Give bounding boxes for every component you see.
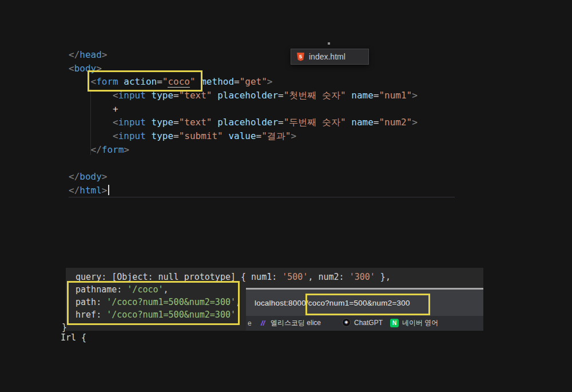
naver-icon: N [390,319,399,327]
address-host: localhost:8000 [255,299,306,307]
editor-divider-line [69,197,455,197]
url-path-highlight-box [305,294,430,315]
path-output-highlight-box [67,281,240,325]
bookmarks-bar: e //엘리스코딩 elice✳ChatGPTN네이버 영어 [246,316,483,331]
hover-caret-dot [328,42,330,45]
bookmark-item[interactable]: N네이버 영어 [390,318,438,328]
code-line: </body> [69,170,418,184]
chatgpt-icon: ✳ [342,318,351,327]
code-line: + [69,102,418,116]
elice-icon: // [259,319,267,327]
form-action-highlight-box [88,70,202,92]
bookmark-label: 엘리스코딩 elice [271,318,321,328]
filename-tooltip: 5 index.html [291,49,369,65]
console-closing-brace: } [62,322,67,332]
bookmark-label: 네이버 영어 [402,318,438,328]
html5-file-icon: 5 [297,53,304,61]
code-line: </html> [69,184,418,197]
tooltip-filename: index.html [309,52,345,61]
text-cursor [108,185,109,195]
code-line: <input type="submit" value="결과"> [69,129,418,143]
bookmark-item[interactable]: ✳ChatGPT [342,318,383,327]
bookmark-item[interactable]: //엘리스코딩 elice [259,318,321,328]
indent-guide [90,89,91,155]
code-line: </form> [69,143,418,157]
bookmark-label: ChatGPT [354,319,383,327]
code-line [69,157,418,171]
code-line: <input type="text" placeholder="두번째 숫자" … [69,116,418,129]
clipped-bookmark-label: e [248,319,252,327]
console-url-line: Irl { [61,332,86,343]
